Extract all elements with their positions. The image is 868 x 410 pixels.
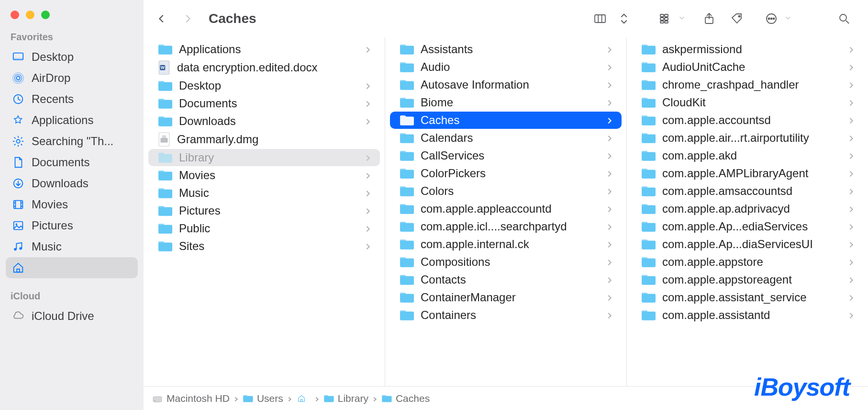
- file-row[interactable]: Autosave Information: [390, 76, 622, 93]
- folder-icon: [400, 79, 414, 91]
- file-row[interactable]: askpermissiond: [632, 41, 863, 58]
- back-button[interactable]: [152, 9, 171, 28]
- minimize-window-button[interactable]: [26, 11, 34, 19]
- sidebar-item-searching[interactable]: Searching "Th...: [6, 131, 138, 152]
- path-segment[interactable]: Users: [243, 393, 283, 404]
- file-row[interactable]: com.apple.assistant_service: [632, 289, 863, 306]
- close-window-button[interactable]: [11, 11, 19, 19]
- chevron-right-icon: [372, 393, 378, 404]
- file-row[interactable]: com.apple.AMPLibraryAgent: [632, 165, 863, 182]
- folder-icon: [400, 61, 414, 73]
- sidebar-item-music[interactable]: Music: [6, 236, 138, 257]
- file-row[interactable]: Public: [148, 220, 380, 237]
- chevron-right-icon: [606, 96, 613, 109]
- file-row[interactable]: Documents: [148, 95, 380, 112]
- svg-rect-45: [665, 21, 668, 23]
- file-row[interactable]: com.apple.ap.adprivacyd: [632, 200, 863, 217]
- file-label: Compositions: [421, 255, 600, 269]
- file-row[interactable]: ContainerManager: [390, 289, 622, 306]
- group-button[interactable]: [655, 12, 676, 25]
- sidebar-item-airdrop[interactable]: AirDrop: [6, 68, 138, 89]
- sidebar-item-documents[interactable]: Documents: [6, 152, 138, 173]
- file-row[interactable]: com.apple.internal.ck: [390, 236, 622, 253]
- sidebar-item-desktop[interactable]: Desktop: [6, 46, 138, 68]
- sidebar-item-recents[interactable]: Recents: [6, 89, 138, 110]
- svg-rect-37: [595, 15, 605, 23]
- file-row[interactable]: com.apple.appstoreagent: [632, 271, 863, 288]
- file-row[interactable]: Audio: [390, 58, 622, 76]
- file-row[interactable]: com.apple.accountsd: [632, 112, 863, 129]
- file-row[interactable]: Calendars: [390, 129, 622, 147]
- path-segment[interactable]: Library: [323, 393, 368, 404]
- file-row[interactable]: Biome: [390, 94, 622, 111]
- file-row[interactable]: ColorPickers: [390, 165, 622, 182]
- sidebar-item-label: Recents: [32, 92, 74, 106]
- tags-button[interactable]: [726, 12, 747, 25]
- sidebar-item-movies[interactable]: Movies: [6, 194, 138, 215]
- file-row[interactable]: Compositions: [390, 253, 622, 271]
- chevron-right-icon: [234, 393, 239, 404]
- share-button[interactable]: [699, 12, 720, 25]
- file-row[interactable]: com.apple.Ap...ediaServices: [632, 218, 863, 235]
- folder-icon: [158, 80, 172, 92]
- path-segment[interactable]: Macintosh HD: [152, 393, 230, 404]
- file-row[interactable]: Assistants: [390, 41, 622, 58]
- file-row[interactable]: com.apple.Ap...diaServicesUI: [632, 236, 863, 253]
- sidebar-item-icloud-drive[interactable]: iCloud Drive: [6, 306, 138, 327]
- folder-icon: [641, 220, 656, 233]
- file-label: com.apple.akd: [662, 149, 841, 162]
- file-row[interactable]: Containers: [390, 307, 622, 324]
- folder-icon: [400, 309, 414, 321]
- file-row[interactable]: Contacts: [390, 271, 622, 288]
- file-label: Containers: [421, 308, 600, 322]
- file-row[interactable]: com.apple.air...rt.airportutility: [632, 129, 863, 147]
- file-row[interactable]: com.apple.icl....searchpartyd: [390, 218, 622, 235]
- dmg-file-icon: [158, 132, 170, 147]
- file-row[interactable]: com.apple.akd: [632, 147, 863, 164]
- search-button[interactable]: [834, 12, 855, 25]
- sidebar-item-applications[interactable]: Applications: [6, 110, 138, 131]
- path-segment[interactable]: [296, 394, 311, 403]
- file-row[interactable]: Library: [148, 149, 380, 166]
- file-label: Grammarly.dmg: [177, 133, 371, 146]
- file-row[interactable]: com.apple.assistantd: [632, 307, 863, 324]
- chevron-right-icon: [365, 79, 371, 92]
- folder-icon: [400, 256, 414, 268]
- actions-button[interactable]: [761, 12, 782, 25]
- svg-line-24: [21, 137, 22, 139]
- view-updown-icon[interactable]: [613, 12, 634, 25]
- file-row[interactable]: Desktop: [148, 77, 380, 94]
- sidebar-item-downloads[interactable]: Downloads: [6, 173, 138, 194]
- file-row[interactable]: Movies: [148, 167, 380, 184]
- view-columns-button[interactable]: [590, 12, 611, 25]
- sidebar-item-pictures[interactable]: Pictures: [6, 215, 138, 236]
- file-label: com.apple.appleaccountd: [421, 202, 600, 216]
- file-row[interactable]: Colors: [390, 182, 622, 200]
- file-row[interactable]: AudioUnitCache: [632, 58, 863, 76]
- file-row[interactable]: Downloads: [148, 113, 380, 130]
- path-segment[interactable]: Caches: [381, 393, 430, 404]
- file-row[interactable]: Grammarly.dmg: [148, 130, 380, 148]
- file-row[interactable]: CloudKit: [632, 94, 863, 111]
- folder-icon: [400, 203, 414, 215]
- file-row[interactable]: Caches: [390, 112, 622, 129]
- file-label: askpermissiond: [662, 43, 841, 56]
- file-row[interactable]: Pictures: [148, 202, 380, 219]
- file-row[interactable]: chrome_crashpad_handler: [632, 76, 863, 93]
- path-label: Users: [257, 393, 283, 404]
- file-row[interactable]: CallServices: [390, 147, 622, 164]
- sidebar-item-home[interactable]: [6, 257, 138, 278]
- file-row[interactable]: data encryption.edited.docx: [148, 58, 380, 77]
- file-row[interactable]: Music: [148, 184, 380, 202]
- file-label: Calendars: [421, 131, 600, 145]
- file-row[interactable]: com.apple.amsaccountsd: [632, 182, 863, 200]
- svg-rect-43: [665, 14, 668, 17]
- zoom-window-button[interactable]: [41, 11, 50, 19]
- svg-rect-41: [660, 18, 664, 20]
- file-row[interactable]: Applications: [148, 41, 380, 58]
- file-row[interactable]: com.apple.appleaccountd: [390, 200, 622, 217]
- file-row[interactable]: Sites: [148, 238, 380, 255]
- forward-button[interactable]: [178, 9, 197, 28]
- home-icon: [11, 261, 25, 274]
- file-row[interactable]: com.apple.appstore: [632, 253, 863, 271]
